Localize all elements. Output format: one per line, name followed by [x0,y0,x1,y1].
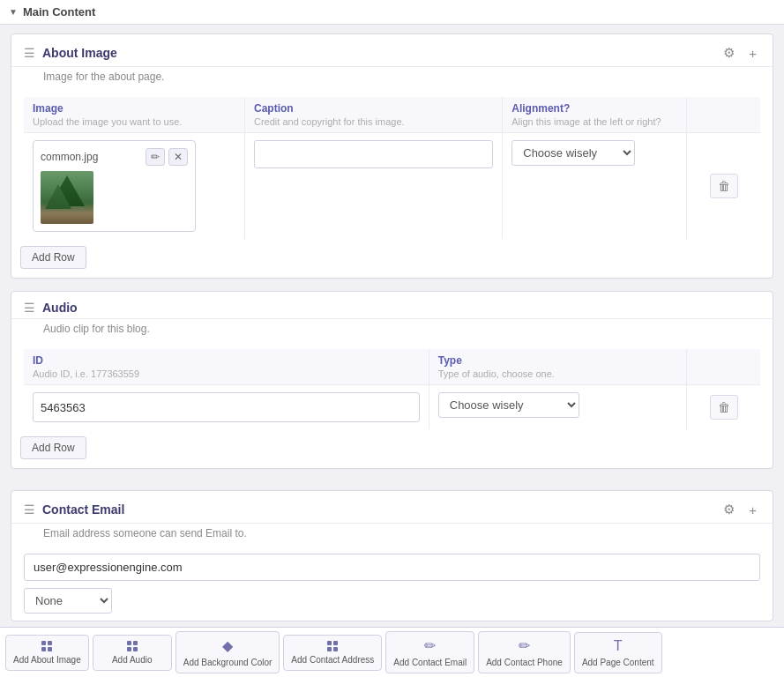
add-page-content-icon: T [614,638,623,654]
main-content-toggle[interactable]: ▼ Main Content [0,0,784,25]
delete-image-cell: 🗑 [687,133,761,240]
remove-image-btn[interactable]: ✕ [168,148,188,166]
audio-id-cell [24,385,429,430]
add-about-image-icon [41,641,52,651]
alignment-cell: Choose wisely Left Right [503,133,687,240]
audio-id-header: ID Audio ID, i.e. 177363559 [24,349,429,385]
audio-type-select[interactable]: Choose wisely MP3 OGG WAV [438,392,579,418]
add-page-content-btn[interactable]: T Add Page Content [574,632,662,673]
add-contact-phone-icon: ✏ [519,637,530,654]
image-field-header: Image Upload the image you want to use. [24,97,245,133]
add-contact-email-label: Add Contact Email [393,658,467,667]
add-contact-email-icon: ✏ [424,637,436,654]
main-content-label: Main Content [23,5,95,19]
add-contact-phone-label: Add Contact Phone [486,658,563,667]
chevron-down-icon: ▼ [9,7,18,17]
add-about-image-btn[interactable]: Add About Image [5,635,89,671]
add-audio-label: Add Audio [112,655,153,665]
contact-email-header: ☰ Contact Email ⚙ + [11,491,773,524]
about-image-add-btn[interactable]: + [745,44,760,63]
add-contact-email-btn[interactable]: ✏ Add Contact Email [385,631,474,673]
add-about-image-label: Add About Image [13,655,81,665]
add-contact-phone-btn[interactable]: ✏ Add Contact Phone [478,631,571,673]
contact-email-title: Contact Email [42,502,124,517]
audio-header: ☰ Audio [11,292,773,319]
add-contact-address-btn[interactable]: Add Contact Address [283,635,382,671]
audio-add-row-btn[interactable]: Add Row [20,436,86,459]
audio-section: ☰ Audio Audio clip for this blog. ID Aud… [11,291,773,469]
contact-email-body: None Option 1 Option 2 [11,547,773,621]
image-preview-box: common.jpg ✏ ✕ [33,140,196,232]
about-image-table: Image Upload the image you want to use. … [24,97,760,239]
audio-drag-handle-icon[interactable]: ☰ [24,301,35,315]
delete-image-row-btn[interactable]: 🗑 [710,174,738,198]
image-filename: common.jpg [41,151,98,163]
add-audio-btn[interactable]: Add Audio [93,635,172,671]
audio-subtitle: Audio clip for this blog. [11,319,773,342]
add-background-color-btn[interactable]: ◆ Add Background Color [175,631,280,673]
audio-row: Choose wisely MP3 OGG WAV 🗑 [24,385,760,430]
about-image-row: common.jpg ✏ ✕ [24,133,760,240]
contact-email-section: ☰ Contact Email ⚙ + Email address someon… [11,490,773,621]
caption-cell [245,133,503,240]
add-background-color-label: Add Background Color [183,658,273,667]
alignment-field-header: Alignment? Align this image at the left … [503,97,687,133]
audio-type-cell: Choose wisely MP3 OGG WAV [429,385,686,430]
caption-input[interactable] [254,140,493,168]
add-contact-address-label: Add Contact Address [291,655,374,665]
image-upload-cell: common.jpg ✏ ✕ [24,133,245,240]
add-page-content-label: Add Page Content [582,658,654,667]
bottom-toolbar: Add About Image Add Audio ◆ Add Backgrou… [0,627,784,677]
about-image-header: ☰ About Image ⚙ + [11,34,773,67]
about-image-section: ☰ About Image ⚙ + Image for the about pa… [11,33,773,279]
add-contact-address-icon [327,641,338,651]
drag-handle-icon[interactable]: ☰ [24,46,35,60]
caption-field-header: Caption Credit and copyright for this im… [245,97,503,133]
about-image-add-row-btn[interactable]: Add Row [20,246,86,269]
contact-email-none-select[interactable]: None Option 1 Option 2 [24,588,112,614]
forest-thumbnail [41,171,93,224]
delete-audio-cell: 🗑 [687,385,761,430]
image-thumbnail [41,171,93,224]
alignment-select[interactable]: Choose wisely Left Right [511,140,635,166]
add-background-color-icon: ◆ [222,637,233,654]
add-audio-icon [127,641,138,651]
about-image-settings-btn[interactable]: ⚙ [720,43,738,63]
about-image-title: About Image [42,46,117,60]
contact-email-add-btn[interactable]: + [745,501,760,519]
contact-email-subtitle: Email address someone can send Email to. [11,524,773,547]
audio-table: ID Audio ID, i.e. 177363559 Type Type of… [24,349,760,429]
audio-type-header: Type Type of audio, choose one. [429,349,686,385]
audio-id-input[interactable] [33,392,420,422]
contact-email-input[interactable] [24,554,760,581]
about-image-subtitle: Image for the about page. [11,67,773,90]
delete-audio-row-btn[interactable]: 🗑 [710,395,738,420]
contact-email-settings-btn[interactable]: ⚙ [720,500,738,519]
contact-email-drag-icon[interactable]: ☰ [24,502,35,517]
edit-image-btn[interactable]: ✏ [146,148,165,166]
audio-title: Audio [42,301,78,315]
